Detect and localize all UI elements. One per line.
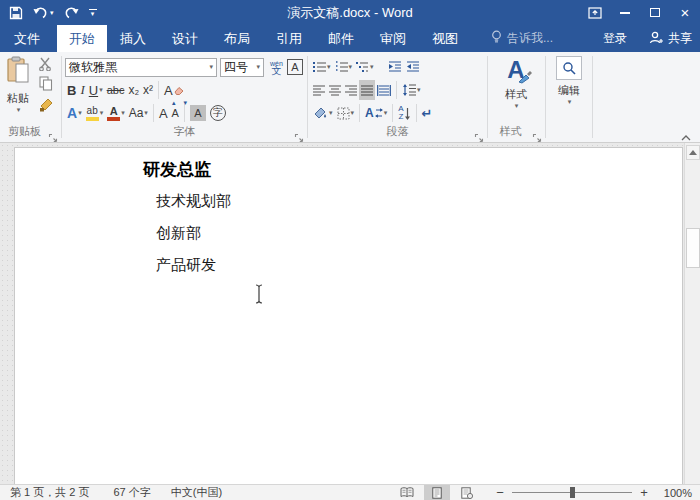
close-icon[interactable]: ×: [670, 0, 700, 25]
clipboard-dialog-launcher-icon[interactable]: [48, 129, 58, 139]
underline-button[interactable]: U▾: [87, 80, 105, 100]
justify-button[interactable]: [359, 80, 375, 100]
styles-dropdown-icon[interactable]: ▾: [515, 102, 519, 110]
borders-dropdown-icon[interactable]: ▾: [351, 109, 355, 117]
clear-formatting-button[interactable]: A: [162, 80, 186, 100]
tab-mailings[interactable]: 邮件: [315, 25, 367, 52]
font-color-button[interactable]: A ▾: [105, 103, 127, 123]
phonetic-guide-button[interactable]: wén 文: [268, 57, 285, 77]
numbering-dropdown-icon[interactable]: ▾: [349, 63, 353, 71]
styles-dialog-launcher-icon[interactable]: [532, 129, 542, 139]
align-left-button[interactable]: [311, 80, 327, 100]
highlight-dropdown-icon[interactable]: ▾: [100, 109, 104, 117]
multilevel-dropdown-icon[interactable]: ▾: [370, 63, 374, 71]
character-border-button[interactable]: A: [285, 57, 305, 77]
bold-button[interactable]: B: [65, 80, 78, 100]
line-spacing-dropdown-icon[interactable]: ▾: [417, 86, 421, 94]
paste-button[interactable]: 粘贴 ▾: [2, 56, 34, 114]
text-effects-button[interactable]: A▾: [65, 103, 84, 123]
maximize-icon[interactable]: [640, 0, 670, 25]
increase-indent-button[interactable]: [404, 57, 422, 77]
copy-icon[interactable]: [39, 76, 53, 95]
line-spacing-button[interactable]: ▾: [400, 80, 423, 100]
show-hide-marks-button[interactable]: ↵: [420, 103, 435, 123]
grow-font-button[interactable]: A▴: [157, 103, 170, 123]
align-right-button[interactable]: [343, 80, 359, 100]
asian-layout-button[interactable]: A ▾: [363, 103, 389, 123]
editing-button[interactable]: 编辑 ▾: [551, 56, 587, 106]
tab-file[interactable]: 文件: [4, 25, 50, 52]
bullets-button[interactable]: ▾: [311, 57, 333, 77]
font-color-dropdown-icon[interactable]: ▾: [121, 109, 125, 117]
italic-button[interactable]: I: [78, 80, 86, 100]
zoom-in-icon[interactable]: +: [638, 485, 650, 500]
web-layout-button[interactable]: [454, 485, 480, 500]
zoom-slider[interactable]: [512, 492, 632, 493]
doc-heading[interactable]: 研发总监: [143, 158, 211, 181]
language-status[interactable]: 中文(中国): [171, 485, 222, 500]
tab-home[interactable]: 开始: [57, 25, 107, 52]
shading-button[interactable]: ▾: [311, 103, 335, 123]
shrink-font-button[interactable]: A▾: [170, 103, 181, 123]
shading-dropdown-icon[interactable]: ▾: [329, 109, 333, 117]
font-size-combo[interactable]: 四号 ▾: [220, 58, 264, 77]
asian-layout-dropdown-icon[interactable]: ▾: [384, 109, 388, 117]
zoom-out-icon[interactable]: −: [494, 485, 506, 500]
tab-design[interactable]: 设计: [159, 25, 211, 52]
tell-me-box[interactable]: 告诉我...: [491, 25, 553, 52]
superscript-button[interactable]: x²: [141, 80, 155, 100]
window-controls: ×: [580, 0, 700, 25]
document-page[interactable]: 研发总监 技术规划部 创新部 产品研发: [14, 147, 683, 484]
font-dialog-launcher-icon[interactable]: [294, 129, 304, 139]
sign-in-button[interactable]: 登录: [603, 30, 627, 47]
tab-insert[interactable]: 插入: [107, 25, 159, 52]
subscript-button[interactable]: x₂: [126, 80, 141, 100]
scrollbar-thumb[interactable]: [686, 228, 700, 268]
character-shading-button[interactable]: A: [188, 103, 208, 123]
bullets-dropdown-icon[interactable]: ▾: [327, 63, 331, 71]
doc-line[interactable]: 技术规划部: [156, 192, 231, 211]
ribbon-tab-bar: 文件 开始 插入 设计 布局 引用 邮件 审阅 视图 告诉我... 登录 共享: [0, 25, 700, 52]
tab-review[interactable]: 审阅: [367, 25, 419, 52]
tab-references[interactable]: 引用: [263, 25, 315, 52]
ribbon-display-options-icon[interactable]: [580, 0, 610, 25]
tab-layout[interactable]: 布局: [211, 25, 263, 52]
align-center-button[interactable]: [327, 80, 343, 100]
read-mode-button[interactable]: [394, 485, 420, 500]
highlight-color-button[interactable]: ab ▾: [84, 103, 106, 123]
change-case-dropdown-icon[interactable]: ▾: [144, 109, 148, 117]
paragraph-dialog-launcher-icon[interactable]: [474, 129, 484, 139]
distribute-button[interactable]: [375, 80, 393, 100]
sort-button[interactable]: A Z: [396, 103, 412, 123]
multilevel-list-button[interactable]: ▾: [354, 57, 376, 77]
word-count-status[interactable]: 67 个字: [113, 485, 150, 500]
minimize-icon[interactable]: [610, 0, 640, 25]
doc-line[interactable]: 产品研发: [156, 256, 216, 275]
text-effects-dropdown-icon[interactable]: ▾: [78, 109, 82, 117]
borders-button[interactable]: ▾: [335, 103, 357, 123]
zoom-slider-thumb[interactable]: [570, 487, 575, 498]
print-layout-button[interactable]: [424, 485, 450, 500]
tab-view[interactable]: 视图: [419, 25, 471, 52]
cut-icon[interactable]: [38, 57, 54, 75]
numbering-button[interactable]: ▾: [333, 57, 355, 77]
enclose-characters-button[interactable]: 字: [208, 103, 228, 123]
font-size-dropdown-icon[interactable]: ▾: [256, 63, 260, 71]
doc-line[interactable]: 创新部: [156, 224, 201, 243]
font-name-combo[interactable]: 微软雅黑 ▾: [65, 58, 217, 77]
page-number-status[interactable]: 第 1 页，共 2 页: [10, 485, 89, 500]
paste-dropdown-icon[interactable]: ▾: [17, 106, 21, 114]
document-area[interactable]: 研发总监 技术规划部 创新部 产品研发: [0, 143, 700, 484]
decrease-indent-button[interactable]: [386, 57, 404, 77]
strikethrough-button[interactable]: abc: [105, 80, 127, 100]
vertical-scrollbar[interactable]: [684, 143, 700, 484]
styles-button[interactable]: A 样式 ▾: [494, 56, 538, 110]
format-painter-icon[interactable]: [39, 97, 54, 116]
scroll-up-icon[interactable]: [686, 145, 700, 160]
editing-dropdown-icon[interactable]: ▾: [568, 98, 572, 106]
underline-dropdown-icon[interactable]: ▾: [99, 86, 103, 94]
change-case-button[interactable]: Aa▾: [127, 103, 150, 123]
share-button[interactable]: 共享: [649, 30, 692, 47]
font-name-dropdown-icon[interactable]: ▾: [209, 63, 213, 71]
zoom-level[interactable]: 100%: [650, 487, 692, 499]
